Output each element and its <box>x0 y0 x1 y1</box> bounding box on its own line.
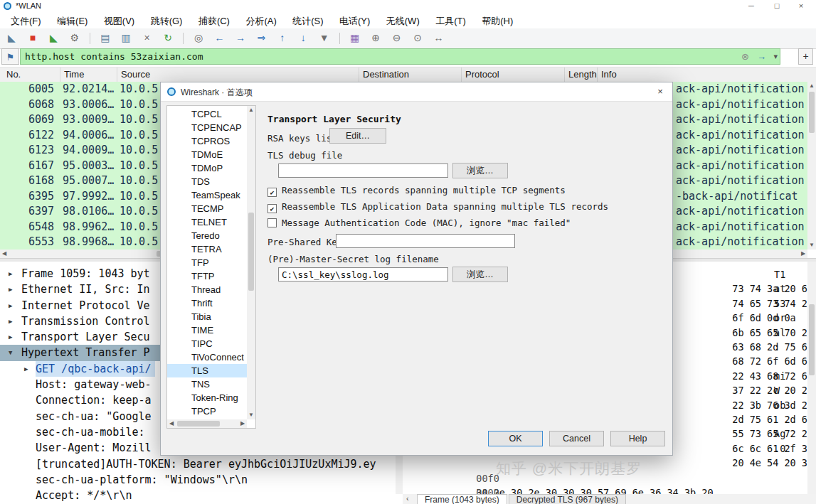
tls-debug-file-input[interactable] <box>278 163 448 178</box>
protocol-list-item[interactable]: TCPCL <box>167 107 247 121</box>
dialog-title-bar[interactable]: Wireshark · 首选项 × <box>161 82 672 102</box>
restart-capture-icon[interactable]: ◣ <box>45 29 63 46</box>
hex-line[interactable]: 74 65 73 74 2e at <box>674 282 807 296</box>
browse-debug-file-button[interactable]: 浏览… <box>452 163 508 178</box>
edit-rsa-keys-button[interactable]: Edit… <box>329 128 386 144</box>
menu-item[interactable]: 工具(T) <box>429 13 472 28</box>
menu-item[interactable]: 文件(F) <box>4 13 48 28</box>
help-button[interactable]: Help <box>610 431 665 446</box>
open-file-icon[interactable]: ▤ <box>96 29 114 46</box>
protocol-list-item[interactable]: TFTP <box>167 269 247 283</box>
packet-list-vertical-scrollbar[interactable]: ▲ ▼ <box>807 82 816 250</box>
autoscroll-icon[interactable]: ▼ <box>315 29 333 46</box>
checkbox[interactable] <box>267 218 277 227</box>
save-file-icon[interactable]: ▥ <box>117 29 135 46</box>
pre-shared-key-input[interactable] <box>336 234 515 248</box>
checkbox[interactable] <box>267 204 277 213</box>
apply-filter-icon[interactable]: → <box>757 50 766 63</box>
forward-icon[interactable]: → <box>231 29 249 46</box>
protocol-list-vertical-scrollbar[interactable]: ▲ ▼ <box>247 106 255 419</box>
menu-item[interactable]: 捕获(C) <box>192 13 236 28</box>
back-icon[interactable]: ← <box>211 29 228 46</box>
column-header[interactable]: Time <box>60 68 84 82</box>
scrollbar-thumb[interactable] <box>248 213 254 291</box>
scrollbar-thumb[interactable] <box>177 421 220 427</box>
menu-item[interactable]: 分析(A) <box>239 13 282 28</box>
menu-item[interactable]: 帮助(H) <box>475 13 519 28</box>
protocol-list-item[interactable]: TIME <box>167 323 247 337</box>
zoom-in-icon[interactable]: ⊕ <box>367 29 385 46</box>
detail-line[interactable]: sec-ch-ua-platform: "Windows"\r\n <box>0 472 396 488</box>
protocol-list-item[interactable]: Tibia <box>167 310 247 323</box>
scroll-up-icon[interactable]: ▲ <box>247 106 255 114</box>
protocol-list-item[interactable]: TeamSpeak <box>167 188 247 202</box>
hex-line[interactable]: 6c 6c 61 2f 35 Ag <box>674 427 807 441</box>
byte-view-tab[interactable]: Decrypted TLS (967 bytes) <box>509 494 626 504</box>
start-capture-icon[interactable]: ◣ <box>3 29 21 46</box>
menu-item[interactable]: 统计(S) <box>286 13 329 28</box>
protocol-list-item[interactable]: TiVoConnect <box>167 350 247 364</box>
scroll-down-icon[interactable]: ▼ <box>807 241 816 250</box>
close-button[interactable]: × <box>790 0 812 13</box>
scrollbar-thumb[interactable] <box>809 304 815 375</box>
protocol-list-item[interactable]: Token-Ring <box>167 391 247 404</box>
detail-line[interactable]: [truncated]AUTH-TOKEN: Bearer eyJhbGciOi… <box>0 456 396 472</box>
hex-line[interactable]: 00f0 30 2e 30 2e 30 30 30 57 69 6e 36 34… <box>418 456 714 471</box>
protocol-list-item[interactable]: TDMoE <box>167 148 247 161</box>
resize-columns-icon[interactable]: ↔ <box>430 29 447 46</box>
hex-line[interactable]: 20 4e 54 20 31 .0 <box>674 441 807 456</box>
protocol-list-item[interactable]: TFP <box>167 256 247 269</box>
toolbar-separator[interactable] <box>180 29 186 46</box>
column-header[interactable]: Source <box>117 68 150 82</box>
ok-button[interactable]: OK <box>488 431 543 446</box>
goto-packet-icon[interactable]: ⇒ <box>253 29 270 46</box>
minimize-button[interactable]: ─ <box>741 0 762 13</box>
hex-line[interactable]: 6b 65 65 70 2d or <box>674 311 807 325</box>
hex-line[interactable]: 73 74 3a 20 67 T1 <box>674 267 807 282</box>
scrollbar-thumb[interactable] <box>809 92 815 133</box>
protocol-list-item[interactable]: TLS <box>167 364 247 377</box>
expand-arrow-icon[interactable]: ▼ <box>9 345 12 360</box>
expand-arrow-icon[interactable]: ▶ <box>9 329 12 345</box>
toolbar-separator[interactable] <box>87 29 93 46</box>
column-header[interactable]: Protocol <box>461 68 499 82</box>
expand-arrow-icon[interactable]: ▶ <box>24 361 28 377</box>
find-packet-icon[interactable]: ◎ <box>190 29 208 46</box>
protocol-list-item[interactable]: TDS <box>167 175 247 188</box>
tls-option-row[interactable]: Reassemble TLS records spanning multiple… <box>267 182 608 198</box>
hex-line[interactable]: 22 43 68 72 6f 6d <box>674 354 807 368</box>
zoom-reset-icon[interactable]: ⊙ <box>409 29 427 46</box>
column-header[interactable]: No. <box>3 68 21 82</box>
scroll-down-icon[interactable]: ▼ <box>247 411 255 419</box>
hex-line[interactable]: 63 68 2d 75 61 al <box>674 326 807 340</box>
scroll-up-icon[interactable]: ▲ <box>807 82 816 90</box>
expand-arrow-icon[interactable]: ▶ <box>9 298 12 313</box>
expand-arrow-icon[interactable]: ▶ <box>9 313 12 329</box>
scroll-right-icon[interactable]: ▶ <box>238 419 247 428</box>
menu-item[interactable]: 编辑(E) <box>51 13 94 28</box>
protocol-list-item[interactable]: TELNET <box>167 215 247 229</box>
master-secret-log-input[interactable] <box>278 267 448 282</box>
protocol-list-item[interactable]: TCPENCAP <box>167 121 247 134</box>
capture-options-icon[interactable]: ⚙ <box>65 29 83 46</box>
menu-item[interactable]: 电话(Y) <box>333 13 376 28</box>
scroll-right-icon[interactable]: ▶ <box>799 250 807 258</box>
protocol-list-item[interactable]: TCPROS <box>167 134 247 148</box>
tab-scroll-left-icon[interactable]: ‹ <box>406 494 409 503</box>
colorize-icon[interactable]: ▦ <box>346 29 364 46</box>
column-header[interactable]: Info <box>597 68 617 82</box>
last-packet-icon[interactable]: ↓ <box>295 29 312 46</box>
protocol-list-horizontal-scrollbar[interactable]: ◀ ▶ <box>167 419 247 428</box>
browse-keylog-file-button[interactable]: 浏览… <box>452 267 508 282</box>
clear-filter-icon[interactable]: ⊗ <box>741 50 749 63</box>
hex-line[interactable]: 68 72 6f 6d 65 : <box>674 340 807 354</box>
column-header[interactable]: Length <box>564 68 597 82</box>
menu-item[interactable]: 视图(V) <box>97 13 141 28</box>
tls-option-row[interactable]: Message Authentication Code (MAC), ignor… <box>267 215 608 231</box>
detail-line[interactable]: Accept: */*\r\n <box>0 488 396 503</box>
protocol-list-item[interactable]: TIPC <box>167 337 247 350</box>
cancel-button[interactable]: Cancel <box>549 431 604 446</box>
protocol-list-item[interactable]: TNS <box>167 377 247 391</box>
scroll-left-icon[interactable]: ◀ <box>167 419 176 428</box>
tls-option-row[interactable]: Reassemble TLS Application Data spanning… <box>267 198 608 215</box>
